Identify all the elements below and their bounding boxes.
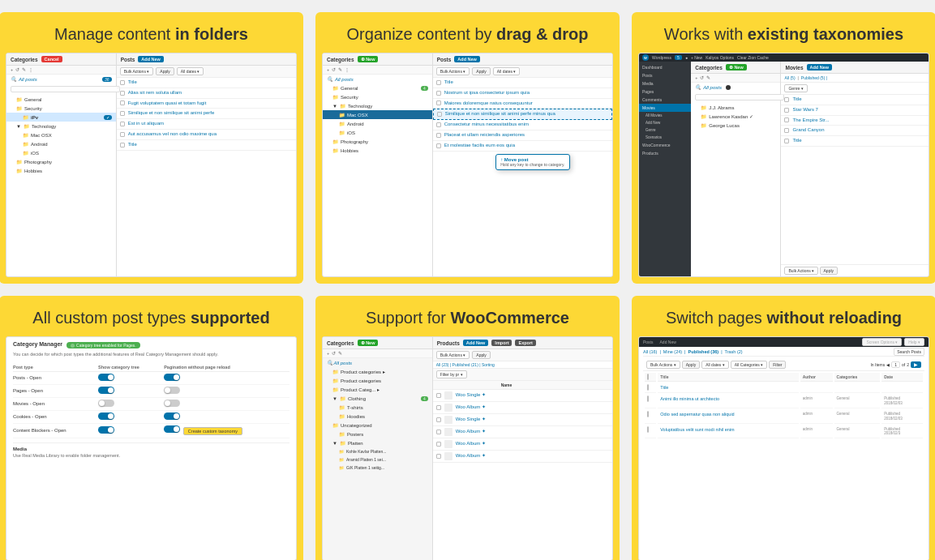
sidebar-movies[interactable]: Movies xyxy=(639,104,691,112)
add-new-button-2[interactable]: Add New xyxy=(454,56,480,62)
woo-checkbox[interactable] xyxy=(436,454,441,459)
woo-tshirts[interactable]: 📁T-shirts xyxy=(323,403,432,412)
et-checkbox[interactable] xyxy=(784,118,789,122)
woo-add-new-btn[interactable]: Add New xyxy=(463,340,489,346)
et-apply[interactable]: Apply xyxy=(820,267,838,275)
cb-pagination-toggle[interactable] xyxy=(164,425,180,433)
sp-help-btn[interactable]: Help ▾ xyxy=(904,338,924,346)
post-checkbox[interactable] xyxy=(436,91,441,96)
et-published[interactable]: Published (5) | xyxy=(801,75,827,80)
tree-macosx[interactable]: 📁Mac OSX xyxy=(6,130,116,139)
sidebar-products[interactable]: Products xyxy=(639,149,691,157)
post-checkbox[interactable] xyxy=(436,122,441,127)
apply-button-2[interactable]: Apply xyxy=(472,67,491,75)
cancel-button[interactable]: Cancel xyxy=(41,56,62,62)
et-search[interactable] xyxy=(695,94,784,100)
et-all[interactable]: All (5) xyxy=(784,75,795,80)
all-posts-link-2[interactable]: 🔍 All posts xyxy=(323,75,432,83)
post-checkbox[interactable] xyxy=(120,132,125,137)
woo-hoodies[interactable]: 📁Hoodies xyxy=(323,412,432,421)
tree-android[interactable]: 📁Android xyxy=(6,139,116,148)
post-checkbox[interactable] xyxy=(120,122,125,126)
all-posts-link[interactable]: 🔍 All posts 36 xyxy=(6,75,116,83)
movies-pagination-toggle[interactable] xyxy=(164,400,180,407)
tree-security-2[interactable]: 📁Security xyxy=(323,92,432,101)
sp-add-new-btn[interactable]: Add New xyxy=(660,340,676,344)
sidebar-dashboard[interactable]: Dashboard xyxy=(639,63,691,71)
posts-tree-toggle[interactable] xyxy=(98,374,114,381)
woo-new-btn[interactable]: ⊕ New xyxy=(358,340,379,346)
cb-tree-toggle[interactable] xyxy=(98,426,114,434)
sidebar-posts[interactable]: Posts xyxy=(639,71,691,79)
apply-button[interactable]: Apply xyxy=(156,67,174,75)
sp-row-checkbox[interactable] xyxy=(647,384,649,391)
all-dates-select[interactable]: All dates ▾ xyxy=(177,67,204,75)
pages-tree-toggle[interactable] xyxy=(98,387,114,394)
et-lawrence[interactable]: 📁Lawrence Kasdan ✓ xyxy=(691,112,780,121)
tree-general-2[interactable]: 📁General4 xyxy=(323,83,432,92)
create-custom-taxonomy-button[interactable]: Create custom taxonomy xyxy=(183,427,242,435)
woo-import-btn[interactable]: Import xyxy=(491,340,512,346)
woo-platten-2[interactable]: 📁Aramid Platten 1 sei... xyxy=(323,455,432,464)
category-search[interactable] xyxy=(11,86,120,92)
sidebar-comments[interactable]: Comments xyxy=(639,96,691,104)
woo-uncategorized[interactable]: 📁Uncategorized xyxy=(323,421,432,430)
sp-row-checkbox[interactable] xyxy=(647,395,649,402)
sidebar-pages[interactable]: Pages xyxy=(639,88,691,96)
cookies-tree-toggle[interactable] xyxy=(98,413,114,420)
movies-tree-toggle[interactable] xyxy=(98,400,114,407)
tree-macosx-2[interactable]: 📁Mac OSX xyxy=(323,110,432,119)
posts-pagination-toggle[interactable] xyxy=(164,374,180,381)
woo-checkbox[interactable] xyxy=(436,442,441,447)
woo-apply[interactable]: Apply xyxy=(472,351,491,359)
tree-technology[interactable]: ▼📁Technology xyxy=(6,122,116,130)
woo-checkbox[interactable] xyxy=(436,417,441,422)
sidebar-scenarios[interactable]: Scenarios xyxy=(639,134,691,141)
woo-checkbox[interactable] xyxy=(436,393,441,398)
tree-hobbies[interactable]: 📁Hobbies xyxy=(6,166,116,175)
all-dates-select-2[interactable]: All dates ▾ xyxy=(493,67,521,75)
post-checkbox[interactable] xyxy=(436,80,441,85)
woo-checkbox[interactable] xyxy=(436,405,441,410)
woo-product-cats-2[interactable]: 📁Product categories xyxy=(323,376,432,385)
post-checkbox[interactable] xyxy=(437,112,442,117)
tree-hobbies-2[interactable]: 📁Hobbies xyxy=(323,146,432,155)
et-filter[interactable]: Genre ▾ xyxy=(784,84,807,92)
et-checkbox[interactable] xyxy=(784,108,789,113)
woo-product-cats[interactable]: 📁Product categories ▸ xyxy=(323,367,432,376)
sp-row-checkbox[interactable] xyxy=(647,411,649,417)
tree-ios[interactable]: 📁iOS xyxy=(6,148,116,157)
et-checkbox[interactable] xyxy=(784,97,789,102)
sidebar-all-movies[interactable]: All Movies xyxy=(639,112,691,119)
sp-screen-options[interactable]: Screen Options ▾ xyxy=(862,338,902,346)
tree-ios-2[interactable]: 📁iOS xyxy=(323,128,432,137)
woo-bulk-actions[interactable]: Bulk Actions ▾ xyxy=(436,351,470,359)
post-checkbox[interactable] xyxy=(120,111,125,116)
tree-photography-2[interactable]: 📁Photography xyxy=(323,137,432,146)
sp-search-posts[interactable]: Search Posts xyxy=(894,348,924,356)
et-new-btn[interactable]: ⊕ New xyxy=(726,64,747,71)
post-checkbox[interactable] xyxy=(120,143,125,147)
sp-all-categories[interactable]: All Categories ▾ xyxy=(731,361,768,369)
sp-all-dates[interactable]: All dates ▾ xyxy=(701,361,729,369)
et-all-posts[interactable]: 🔍 All posts xyxy=(691,83,780,92)
woo-checkbox[interactable] xyxy=(436,430,441,434)
sp-apply-btn[interactable]: Apply xyxy=(682,361,701,369)
sp-bulk-actions[interactable]: Bulk Actions ▾ xyxy=(646,361,680,369)
et-george[interactable]: 📁George Lucas xyxy=(691,121,780,130)
new-button[interactable]: ⊕ New xyxy=(358,56,379,62)
tree-android-2[interactable]: 📁Android xyxy=(323,119,432,128)
et-checkbox[interactable] xyxy=(784,139,789,143)
tree-ipv[interactable]: 📁iPv✓ xyxy=(6,113,116,122)
sp-page-next[interactable]: ▶ xyxy=(911,361,921,368)
post-checkbox[interactable] xyxy=(436,143,441,148)
woo-filter-by[interactable]: Filter by pr ▾ xyxy=(436,370,467,378)
post-checkbox[interactable] xyxy=(120,100,125,105)
woo-all-posts[interactable]: 🔍 All posts xyxy=(323,358,432,367)
post-checkbox[interactable] xyxy=(436,133,441,138)
tree-photography[interactable]: 📁Photography xyxy=(6,157,116,166)
sp-mine[interactable]: Mine (24) xyxy=(663,349,682,354)
tree-general[interactable]: 📁General xyxy=(6,95,116,104)
sp-row-checkbox[interactable] xyxy=(647,426,649,433)
et-checkbox[interactable] xyxy=(784,128,789,133)
